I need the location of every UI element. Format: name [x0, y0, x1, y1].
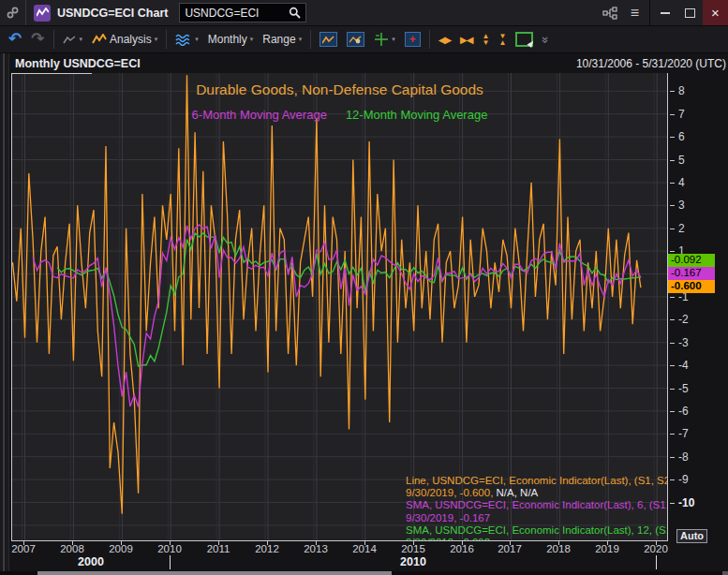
series-info-text: Line, USNDCG=ECI, Economic Indicator(Las… [406, 475, 668, 486]
maximize-button[interactable] [677, 0, 703, 25]
menu-button[interactable]: ≡ [622, 0, 647, 25]
plot-area[interactable]: Durable Goods, Non-Defense Capital Goods… [11, 73, 668, 541]
chevron-down-icon: ▾ [80, 36, 83, 43]
horizontal-scrollbar[interactable] [0, 571, 728, 575]
series-info-line: Line, USNDCG=ECI, Economic Indicator(Las… [406, 475, 668, 487]
title-bar: USNDCG=ECI Chart USNDCG=ECI ≡ × [0, 0, 728, 26]
series-info-legend: Line, USNDCG=ECI, Economic Indicator(Las… [406, 475, 668, 541]
y-axis-label: 7 [670, 108, 685, 121]
decade-separator [170, 555, 171, 569]
x-axis-label: 2015 [394, 543, 432, 554]
expand-vertical-button[interactable]: ▲▼ [478, 31, 493, 48]
add-chart-icon: + [405, 32, 421, 47]
x-axis-label: 2018 [540, 543, 577, 554]
expand-horizontal-button[interactable]: ◀▶ [435, 33, 454, 47]
axis-crosshair-icon [374, 32, 389, 47]
chart-edit-icon [347, 32, 364, 47]
zoom-select-button[interactable] [512, 30, 537, 49]
minimize-button[interactable] [652, 0, 677, 25]
series-info-text: N/A, N/A [497, 487, 539, 498]
smoothing-button[interactable]: ▾ [171, 32, 202, 48]
plot-top-border [12, 73, 92, 74]
minimize-icon [661, 12, 670, 14]
link-icon [6, 6, 20, 20]
more-tools-icon: » [539, 36, 553, 42]
range-dropdown[interactable]: Range ▾ [259, 31, 305, 48]
auto-scale-button[interactable]: Auto [676, 529, 707, 543]
compress-horizontal-button[interactable]: ▶◀ [456, 33, 476, 47]
app-logo [34, 5, 51, 22]
close-icon: × [711, 5, 720, 21]
series-info-text: SMA, USNDCG=ECI, Economic Indicator(Last… [406, 499, 668, 510]
maximize-icon [685, 8, 695, 18]
analysis-zigzag-icon [92, 34, 107, 45]
series-info-line: 9/30/2019, -0.167 [406, 512, 668, 524]
search-icon[interactable] [289, 7, 301, 19]
more-tools-button[interactable]: » [539, 31, 553, 49]
scrollbar-corner [722, 571, 728, 575]
titlebar-separator [649, 0, 650, 26]
series-line-main [13, 75, 641, 514]
series-info-text: 9/30/2019, -0.167 [406, 512, 490, 523]
sitemap-icon [602, 7, 617, 20]
axis-tools-button[interactable]: ▾ [370, 30, 399, 49]
y-axis-label: -5 [670, 382, 689, 395]
x-axis-decades: 20002010 [11, 554, 672, 570]
chart-title: Durable Goods, Non-Defense Capital Goods [12, 81, 667, 98]
x-axis-label: 2008 [53, 543, 91, 554]
compress-vertical-icon: ▼▲ [498, 33, 506, 46]
undo-button[interactable]: ↶ [5, 30, 25, 49]
link-button[interactable] [0, 0, 26, 25]
legend-sma6: 6-Month Moving Average [192, 108, 327, 122]
chart-type-button[interactable] [316, 30, 341, 49]
chevron-down-icon: ▾ [299, 36, 303, 43]
x-axis-label: 2013 [297, 543, 334, 554]
series-info-text: 9/30/2019, -0.600, [406, 487, 497, 498]
x-axis-label: 2020 [637, 543, 675, 554]
y-axis-label: -7 [670, 427, 689, 440]
chevron-down-icon: ▾ [195, 36, 199, 43]
y-axis-label: -6 [670, 405, 689, 418]
y-axis-label: -8 [670, 450, 689, 464]
x-axis-label: 2010 [151, 543, 188, 554]
toolbar-separator [166, 30, 167, 49]
price-tag: -0.600 [668, 280, 715, 293]
line-style-icon [63, 35, 77, 45]
toolbar: ↶ ↷ ▾ Analysis ▾ ▾ Monthly ▾ [0, 26, 728, 53]
expand-horizontal-icon: ◀▶ [438, 35, 451, 45]
window-controls: ≡ × [597, 0, 728, 25]
toolbar-separator [310, 30, 311, 49]
toolbar-separator [53, 30, 54, 49]
price-tag: -0.092 [668, 254, 715, 267]
interval-dropdown[interactable]: Monthly ▾ [204, 31, 258, 48]
add-chart-button[interactable]: + [401, 30, 424, 49]
x-axis-label: 2012 [248, 543, 286, 554]
close-button[interactable]: × [703, 0, 728, 25]
expand-vertical-icon: ▲▼ [482, 33, 489, 46]
compress-vertical-button[interactable]: ▼▲ [495, 31, 510, 48]
symbol-search-input[interactable]: USNDCG=ECI [179, 3, 306, 22]
y-axis-label: -3 [670, 336, 689, 349]
line-style-button[interactable]: ▾ [59, 33, 87, 47]
scrollbar-thumb[interactable] [37, 571, 392, 575]
layout-link-button[interactable] [597, 0, 622, 25]
y-axis-label: 2 [670, 222, 685, 235]
price-tag: -0.167 [668, 267, 715, 280]
y-axis-label: 4 [670, 176, 685, 189]
chart-canvas [12, 73, 667, 540]
compress-horizontal-icon: ▶◀ [460, 35, 472, 45]
series-info-text: SMA, USNDCG=ECI, Economic Indicator(Last… [406, 524, 668, 536]
hamburger-menu-icon: ≡ [631, 5, 639, 22]
x-axis-label: 2019 [588, 543, 626, 554]
chart-edit-button[interactable] [343, 30, 368, 49]
analysis-button[interactable]: Analysis ▾ [88, 31, 161, 48]
chart-date-range: 10/31/2006 - 5/31/2020 (UTC) [576, 57, 726, 70]
zoom-select-icon [515, 32, 533, 47]
chevron-down-icon: ▾ [250, 36, 254, 43]
redo-button[interactable]: ↷ [27, 30, 48, 49]
y-axis-label: 5 [670, 154, 685, 167]
x-axis-label: 2011 [200, 543, 237, 554]
left-rail [0, 53, 9, 575]
decade-label: 2000 [63, 555, 119, 568]
y-axis-label: -9 [670, 473, 689, 486]
